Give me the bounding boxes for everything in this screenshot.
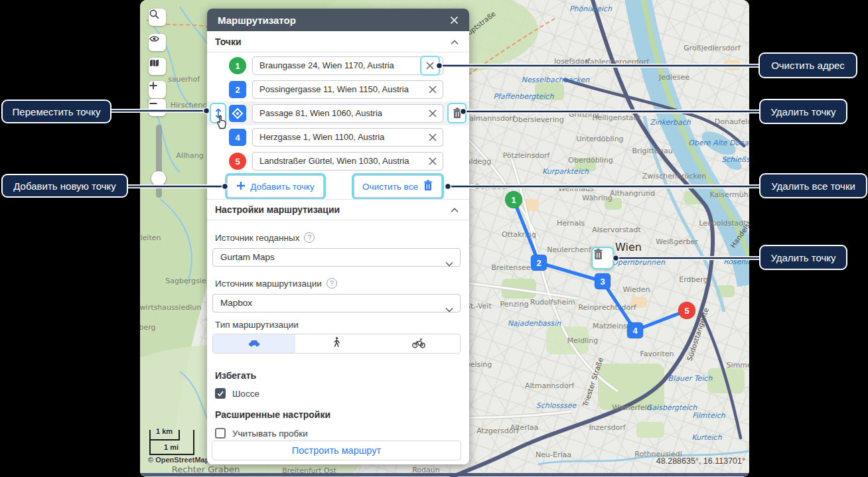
- svg-text:2: 2: [536, 258, 541, 268]
- address-input[interactable]: Herzgasse 1, Wien 1100, Austria: [252, 128, 443, 147]
- annotation-callout: Удалить все точки: [759, 173, 867, 198]
- map-label: Obere Alte Donau: [688, 139, 749, 147]
- routing-type-label: Тип маршрутизации: [215, 320, 299, 330]
- annotation-callout: Удалить точку: [759, 99, 847, 124]
- point-number-badge: 2: [229, 81, 246, 98]
- map-visibility-button[interactable]: [149, 34, 166, 51]
- bicycle-icon: [411, 337, 426, 351]
- map-label: Pötzleinsdorf: [503, 151, 551, 160]
- zoom-in-button[interactable]: [149, 81, 166, 98]
- routing-source-select[interactable]: Mapbox: [212, 294, 461, 312]
- map-delete-point-button[interactable]: [591, 247, 614, 269]
- avoid-label: Избегать: [215, 370, 256, 381]
- map-label: Heiligenstadt: [592, 113, 641, 122]
- delete-point-button[interactable]: [447, 103, 467, 123]
- chevron-up-icon[interactable]: [451, 36, 459, 48]
- close-icon[interactable]: [448, 14, 460, 26]
- map-label: Blauer Teich: [668, 374, 713, 383]
- svg-text:3: 3: [600, 277, 605, 287]
- routing-type-walk[interactable]: [295, 334, 378, 353]
- map-label: Kurparkteich: [542, 167, 589, 176]
- map-label: Hernals: [557, 219, 585, 228]
- map-label: Inzersdorf: [589, 423, 626, 432]
- zoom-slider-handle[interactable]: [151, 171, 166, 186]
- point-row: 2Possingergasse 11, Wien 1150, Austria: [207, 78, 469, 102]
- chevron-up-icon[interactable]: [451, 204, 459, 216]
- annotation-callout: Переместить точку: [1, 100, 111, 123]
- checkbox-checked-icon[interactable]: [215, 388, 226, 399]
- map-label: Najadenbassin: [508, 319, 562, 328]
- routing-type-bicycle[interactable]: [378, 334, 460, 353]
- map-label: Kahlenbergerdorf: [585, 58, 650, 66]
- screenshot-stage: PhönixteichHauptstraßeGroßjedlersdorfJos…: [0, 0, 868, 477]
- svg-text:1: 1: [511, 195, 516, 205]
- section-points-header[interactable]: Точки: [207, 31, 469, 52]
- map-label: Unterdöbling: [576, 135, 623, 143]
- map-label: Atzgersdorf: [476, 427, 520, 435]
- map-label: Sagbergsie: [165, 277, 206, 285]
- map-label: Phönixteich: [569, 5, 613, 13]
- map-label: Dornbach: [474, 182, 510, 191]
- map-label: Breitenfurt Ost: [282, 466, 336, 475]
- add-point-label: Добавить точку: [250, 182, 315, 192]
- router-panel: Маршрутизатор Точки 1Braungasse 24, Wien…: [207, 9, 469, 464]
- trash-icon: [423, 180, 433, 193]
- point-number-badge: 4: [229, 129, 246, 146]
- build-route-button[interactable]: Построить маршрут: [212, 441, 461, 460]
- address-input[interactable]: Passage 81, Wien 1060, Austria: [252, 104, 443, 123]
- zoom-slider-track[interactable]: [156, 125, 162, 198]
- map-label: Leopoldstadt: [699, 219, 747, 228]
- map-label: Meidling: [567, 336, 598, 345]
- map-point-marker[interactable]: 3: [595, 273, 611, 289]
- clear-address-button[interactable]: [420, 56, 440, 76]
- map-point-marker[interactable]: 2: [531, 255, 547, 271]
- map-label: Wien: [615, 241, 642, 253]
- map-label: Schlosssee: [536, 401, 577, 410]
- section-settings-header[interactable]: Настройки маршрутизации: [207, 199, 469, 220]
- point-row: Passage 81, Wien 1060, Austria: [207, 102, 469, 125]
- plus-icon: [236, 181, 246, 192]
- address-input[interactable]: Braungasse 24, Wien 1170, Austria: [252, 56, 443, 75]
- chevron-down-icon: [445, 255, 453, 273]
- move-point-handle[interactable]: [210, 103, 226, 123]
- map-label: Währing: [582, 194, 612, 202]
- scale-km-label: 1 km: [156, 427, 173, 435]
- map-label: Filmteich: [692, 411, 726, 420]
- point-row: 4Herzgasse 1, Wien 1100, Austria: [207, 125, 469, 149]
- map-label: Simmer: [727, 361, 749, 370]
- address-input[interactable]: Landstraßer Gürtel, Wien 1030, Austria: [252, 152, 443, 170]
- zoom-out-button[interactable]: [149, 99, 166, 116]
- traffic-checkbox-row[interactable]: Учитывать пробки: [215, 428, 308, 439]
- map-label: euwirtshaussiedlun: [140, 303, 201, 312]
- routing-type-car[interactable]: [213, 334, 295, 353]
- clear-address-button[interactable]: [427, 107, 439, 119]
- address-input[interactable]: Possingergasse 11, Wien 1150, Austria: [252, 80, 443, 99]
- clear-address-button[interactable]: [427, 131, 439, 143]
- clear-all-button[interactable]: Очистить все: [354, 175, 442, 198]
- add-point-button[interactable]: Добавить точку: [227, 175, 324, 198]
- avoid-highways-checkbox-row[interactable]: Шоссе: [215, 388, 259, 399]
- map-layers-button[interactable]: [149, 58, 166, 75]
- map-label: Oberdöbling: [568, 156, 613, 165]
- clear-address-button[interactable]: [427, 155, 439, 167]
- traffic-label: Учитывать пробки: [232, 429, 308, 439]
- map-label: Obersievering: [512, 115, 563, 124]
- section-points-title: Точки: [215, 36, 451, 47]
- map-label: Nesselbachbecken: [522, 76, 591, 84]
- map-label: Weinhaus: [558, 184, 594, 193]
- map-label: Reinprechtsdorf: [578, 303, 636, 312]
- geodata-source-select[interactable]: Gurtam Maps: [212, 248, 461, 267]
- map-point-marker[interactable]: 4: [627, 322, 643, 338]
- help-icon[interactable]: ?: [304, 232, 315, 243]
- map-point-marker[interactable]: 5: [678, 302, 695, 319]
- clear-address-button[interactable]: [427, 84, 439, 96]
- annotation-callout: Удалить точку: [759, 245, 847, 270]
- map-point-marker[interactable]: 1: [505, 191, 522, 208]
- map-search-button[interactable]: [149, 9, 166, 26]
- help-icon[interactable]: ?: [326, 278, 337, 289]
- scale-mi-label: 1 mi: [164, 443, 179, 451]
- point-row: 1Braungasse 24, Wien 1170, Austria: [207, 54, 469, 78]
- checkbox-unchecked-icon[interactable]: [215, 428, 226, 439]
- map-label: Erdberg: [679, 275, 707, 284]
- section-settings-title: Настройки маршрутизации: [215, 204, 451, 215]
